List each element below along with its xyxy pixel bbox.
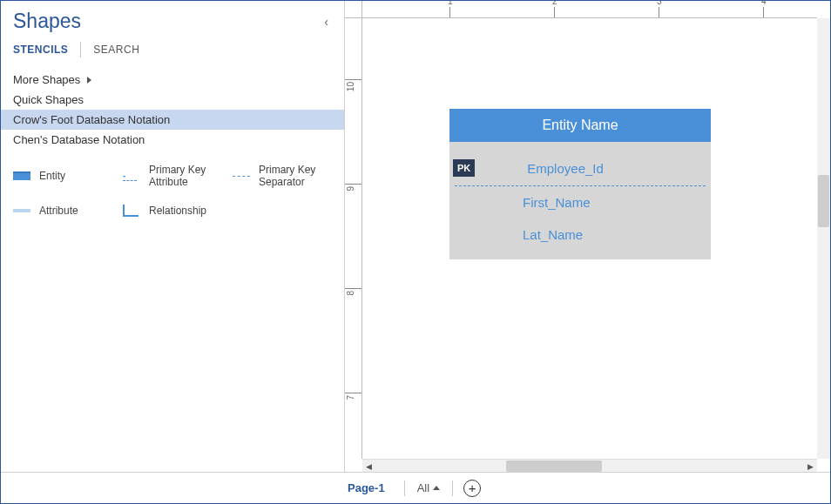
v-tick-label: 7: [346, 395, 355, 400]
stencil-chen[interactable]: Chen's Database Notation: [1, 130, 344, 150]
h-tick-label: 2: [552, 1, 557, 6]
page-footer: Page-1 All +: [1, 472, 830, 503]
footer-separator: [404, 480, 405, 496]
shape-pk-separator[interactable]: Primary Key Separator: [227, 162, 337, 191]
shape-palette: Entity - Primary Key Attribute Primary K…: [1, 150, 344, 231]
shapes-title: Shapes: [13, 10, 81, 33]
tab-stencils[interactable]: STENCILS: [13, 42, 68, 57]
page-tab[interactable]: Page-1: [339, 476, 394, 500]
all-label: All: [417, 481, 429, 494]
shape-label: Attribute: [39, 205, 78, 217]
stencil-crows-foot[interactable]: Crow's Foot Database Notation: [1, 110, 344, 130]
main-area: Shapes ‹ STENCILS SEARCH More Shapes Qui…: [1, 1, 830, 472]
horizontal-ruler: 1 2 3 4: [362, 1, 817, 18]
h-tick-label: 1: [448, 1, 453, 6]
footer-separator: [452, 480, 453, 496]
entity-icon: [13, 171, 30, 180]
entity-attr: Lat_Name: [523, 227, 583, 242]
entity-title[interactable]: Entity Name: [449, 109, 711, 142]
attribute-icon: [13, 209, 30, 212]
shape-entity[interactable]: Entity: [8, 162, 118, 191]
app-root: Shapes ‹ STENCILS SEARCH More Shapes Qui…: [1, 1, 830, 503]
hscroll-thumb[interactable]: [506, 460, 602, 472]
more-shapes-label: More Shapes: [13, 73, 80, 86]
all-pages-button[interactable]: All: [416, 478, 442, 498]
hscroll-track[interactable]: [375, 460, 804, 472]
shape-label: Relationship: [149, 205, 206, 217]
shapes-header: Shapes ‹: [1, 1, 344, 37]
horizontal-scrollbar[interactable]: ◀ ▶: [362, 459, 817, 472]
ruler-corner: [345, 1, 362, 18]
tab-separator: [80, 42, 81, 57]
h-tick-label: 4: [761, 1, 767, 6]
entity-row-pk[interactable]: PK Employee_Id: [449, 151, 711, 185]
v-tick-label: 8: [346, 291, 355, 296]
canvas-area: 1 2 3 4 10 9 8 7 Entity Name: [345, 1, 830, 472]
shapes-pane: Shapes ‹ STENCILS SEARCH More Shapes Qui…: [1, 1, 345, 472]
tab-search[interactable]: SEARCH: [93, 42, 139, 57]
canvas-body: 10 9 8 7 Entity Name PK Employee_Id: [345, 18, 830, 459]
entity-body: PK Employee_Id First_Name Lat_Name: [449, 142, 711, 259]
entity-attr: Employee_Id: [527, 161, 604, 176]
hscroll-right-arrow[interactable]: ▶: [804, 460, 817, 473]
vertical-ruler: 10 9 8 7: [345, 18, 362, 459]
stencil-list: More Shapes Quick Shapes Crow's Foot Dat…: [1, 64, 344, 150]
v-tick-label: 10: [346, 82, 355, 91]
v-tick-label: 9: [346, 186, 355, 192]
hscroll-left-arrow[interactable]: ◀: [362, 460, 375, 473]
pk-separator-icon: [233, 176, 250, 177]
shape-relationship[interactable]: Relationship: [118, 203, 227, 218]
vertical-scrollbar[interactable]: [817, 18, 830, 459]
more-shapes-item[interactable]: More Shapes: [1, 70, 344, 90]
drawing-canvas[interactable]: Entity Name PK Employee_Id First_Name: [362, 18, 817, 459]
shape-label: Primary Key Separator: [259, 164, 332, 189]
add-page-button[interactable]: +: [463, 480, 481, 497]
pk-attribute-icon: -: [123, 171, 137, 181]
shape-label: Primary Key Attribute: [149, 164, 222, 189]
collapse-pane-button[interactable]: ‹: [321, 11, 332, 32]
relationship-icon: [123, 205, 138, 217]
shape-attribute[interactable]: Attribute: [8, 203, 118, 218]
shape-label: Entity: [39, 170, 65, 182]
entity-attr: First_Name: [523, 195, 591, 210]
entity-row[interactable]: Lat_Name: [449, 218, 711, 251]
shapes-tabs: STENCILS SEARCH: [1, 37, 344, 64]
h-tick-label: 3: [657, 1, 662, 6]
quick-shapes-item[interactable]: Quick Shapes: [1, 90, 344, 110]
entity-row[interactable]: First_Name: [449, 186, 711, 218]
entity-shape[interactable]: Entity Name PK Employee_Id First_Name: [449, 109, 711, 259]
chevron-up-icon: [433, 486, 440, 490]
chevron-right-icon: [87, 77, 91, 84]
vscroll-thumb[interactable]: [818, 175, 829, 227]
pk-badge: PK: [453, 159, 475, 177]
shape-pk-attribute[interactable]: - Primary Key Attribute: [118, 162, 227, 191]
